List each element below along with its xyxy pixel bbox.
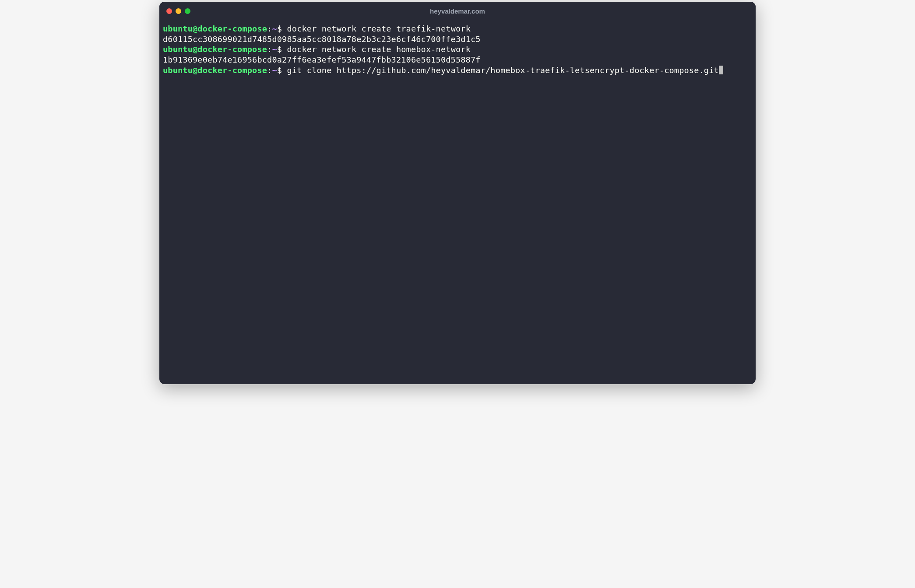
prompt-user-host: ubuntu@docker-compose	[163, 45, 267, 54]
window-title: heyvaldemar.com	[430, 7, 485, 15]
maximize-button[interactable]	[185, 8, 190, 14]
command-output: d60115cc308699021d7485d0985aa5cc8018a78e…	[163, 35, 481, 44]
title-bar: heyvaldemar.com	[159, 2, 756, 20]
command-text: git clone https://github.com/heyvaldemar…	[287, 66, 718, 75]
terminal-line: 1b91369e0eb74e16956bcd0a27ff6ea3efef53a9…	[163, 55, 752, 65]
prompt-symbol: $	[277, 66, 282, 75]
prompt-user-host: ubuntu@docker-compose	[163, 66, 267, 75]
terminal-line: ubuntu@docker-compose:~$ git clone https…	[163, 65, 752, 76]
prompt-user-host: ubuntu@docker-compose	[163, 24, 267, 33]
prompt-path: ~	[272, 24, 277, 33]
terminal-window: heyvaldemar.com ubuntu@docker-compose:~$…	[159, 2, 756, 384]
terminal-line: ubuntu@docker-compose:~$ docker network …	[163, 24, 752, 34]
prompt-symbol: $	[277, 45, 282, 54]
command-text: docker network create traefik-network	[287, 24, 471, 33]
close-button[interactable]	[166, 8, 172, 14]
command-output: 1b91369e0eb74e16956bcd0a27ff6ea3efef53a9…	[163, 55, 481, 64]
prompt-path: ~	[272, 66, 277, 75]
minimize-button[interactable]	[176, 8, 181, 14]
terminal-line: ubuntu@docker-compose:~$ docker network …	[163, 44, 752, 55]
prompt-separator: :	[267, 24, 272, 33]
terminal-content[interactable]: ubuntu@docker-compose:~$ docker network …	[159, 20, 756, 384]
command-text: docker network create homebox-network	[287, 45, 471, 54]
terminal-line: d60115cc308699021d7485d0985aa5cc8018a78e…	[163, 34, 752, 45]
prompt-path: ~	[272, 45, 277, 54]
traffic-lights	[166, 8, 190, 14]
prompt-symbol: $	[277, 24, 282, 33]
prompt-separator: :	[267, 45, 272, 54]
prompt-separator: :	[267, 66, 272, 75]
cursor	[719, 66, 723, 74]
